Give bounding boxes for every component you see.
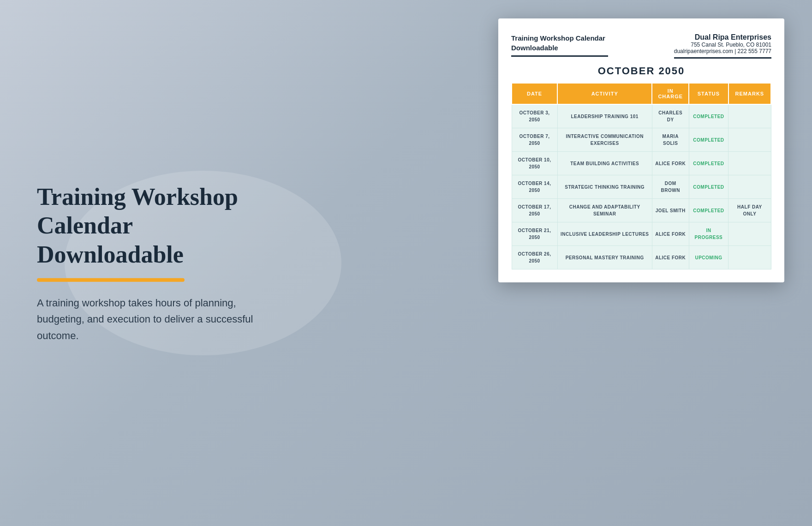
cell-activity: INTERACTIVE COMMUNICATION EXERCISES <box>557 128 652 152</box>
table-row: OCTOBER 3, 2050 LEADERSHIP TRAINING 101 … <box>512 104 771 128</box>
cell-status: UPCOMING <box>689 246 728 269</box>
cell-remarks <box>728 222 771 246</box>
cell-status: COMPLETED <box>689 128 728 152</box>
cell-date: OCTOBER 3, 2050 <box>512 104 557 128</box>
cell-remarks: HALF DAY ONLY <box>728 199 771 222</box>
cell-activity: CHANGE AND ADAPTABILITY SEMINAR <box>557 199 652 222</box>
document-wrapper: Training Workshop Calendar Downloadable … <box>498 18 784 282</box>
cell-date: OCTOBER 17, 2050 <box>512 199 557 222</box>
col-status: STATUS <box>689 83 728 104</box>
cell-incharge: CHARLES DY <box>652 104 689 128</box>
cell-date: OCTOBER 21, 2050 <box>512 222 557 246</box>
cell-remarks <box>728 104 771 128</box>
page-description: A training workshop takes hours of plann… <box>37 295 258 344</box>
orange-divider <box>37 278 185 282</box>
cell-activity: PERSONAL MASTERY TRAINING <box>557 246 652 269</box>
cell-incharge: ALICE FORK <box>652 246 689 269</box>
cell-remarks <box>728 128 771 152</box>
table-row: OCTOBER 10, 2050 TEAM BUILDING ACTIVITIE… <box>512 152 771 175</box>
cell-status: COMPLETED <box>689 175 728 199</box>
cell-status: COMPLETED <box>689 152 728 175</box>
document-header: Training Workshop Calendar Downloadable … <box>511 33 771 59</box>
cell-remarks <box>728 246 771 269</box>
cell-status: COMPLETED <box>689 104 728 128</box>
cell-status: IN PROGRESS <box>689 222 728 246</box>
cell-incharge: JOEL SMITH <box>652 199 689 222</box>
month-title: OCTOBER 2050 <box>511 65 771 77</box>
page-title: Training Workshop Calendar Downloadable <box>37 183 258 269</box>
left-panel: Training Workshop Calendar Downloadable … <box>37 183 258 344</box>
cell-date: OCTOBER 10, 2050 <box>512 152 557 175</box>
cell-date: OCTOBER 26, 2050 <box>512 246 557 269</box>
cell-incharge: MARIA SOLIS <box>652 128 689 152</box>
company-website: dualripaenterprises.com | 222 555 7777 <box>674 48 771 54</box>
company-address: 755 Canal St. Pueblo, CO 81001 <box>674 42 771 48</box>
col-date: DATE <box>512 83 557 104</box>
cell-incharge: DOM BROWN <box>652 175 689 199</box>
cell-date: OCTOBER 14, 2050 <box>512 175 557 199</box>
cell-incharge: ALICE FORK <box>652 152 689 175</box>
cell-status: COMPLETED <box>689 199 728 222</box>
col-activity: ACTIVITY <box>557 83 652 104</box>
table-row: OCTOBER 17, 2050 CHANGE AND ADAPTABILITY… <box>512 199 771 222</box>
cell-remarks <box>728 152 771 175</box>
cell-date: OCTOBER 7, 2050 <box>512 128 557 152</box>
table-header-row: DATE ACTIVITY IN CHARGE STATUS REMARKS <box>512 83 771 104</box>
cell-activity: STRATEGIC THINKING TRAINING <box>557 175 652 199</box>
col-remarks: REMARKS <box>728 83 771 104</box>
cell-remarks <box>728 175 771 199</box>
document: Training Workshop Calendar Downloadable … <box>498 18 784 282</box>
cell-incharge: ALICE FORK <box>652 222 689 246</box>
col-incharge: IN CHARGE <box>652 83 689 104</box>
table-row: OCTOBER 14, 2050 STRATEGIC THINKING TRAI… <box>512 175 771 199</box>
cell-activity: INCLUSIVE LEADERSHIP LECTURES <box>557 222 652 246</box>
cell-activity: TEAM BUILDING ACTIVITIES <box>557 152 652 175</box>
calendar-table: DATE ACTIVITY IN CHARGE STATUS REMARKS O… <box>511 83 771 269</box>
company-name: Dual Ripa Enterprises <box>674 33 771 42</box>
table-row: OCTOBER 26, 2050 PERSONAL MASTERY TRAINI… <box>512 246 771 269</box>
cell-activity: LEADERSHIP TRAINING 101 <box>557 104 652 128</box>
document-title: Training Workshop Calendar Downloadable <box>511 33 608 57</box>
table-row: OCTOBER 7, 2050 INTERACTIVE COMMUNICATIO… <box>512 128 771 152</box>
company-info: Dual Ripa Enterprises 755 Canal St. Pueb… <box>674 33 771 59</box>
table-row: OCTOBER 21, 2050 INCLUSIVE LEADERSHIP LE… <box>512 222 771 246</box>
